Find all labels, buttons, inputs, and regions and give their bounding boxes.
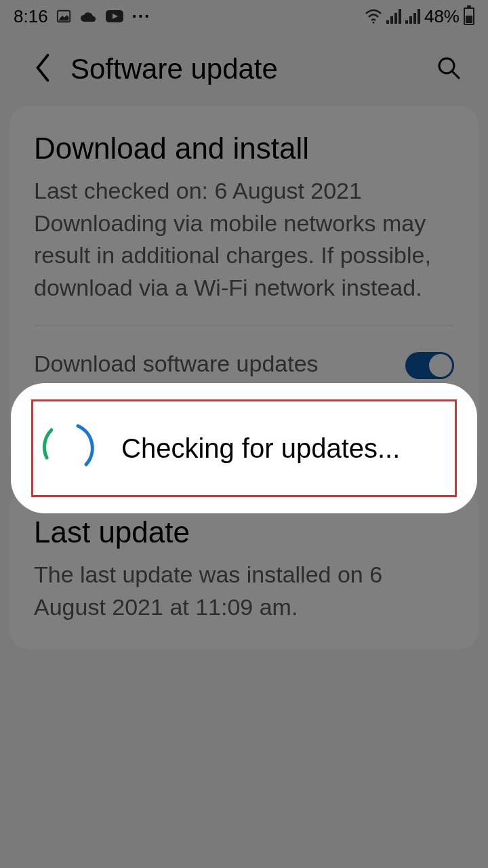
dialog-text: Checking for updates... — [121, 433, 400, 464]
spinner-icon — [40, 420, 96, 476]
checking-updates-dialog: Checking for updates... — [11, 383, 477, 513]
dialog-highlight: Checking for updates... — [31, 399, 457, 497]
